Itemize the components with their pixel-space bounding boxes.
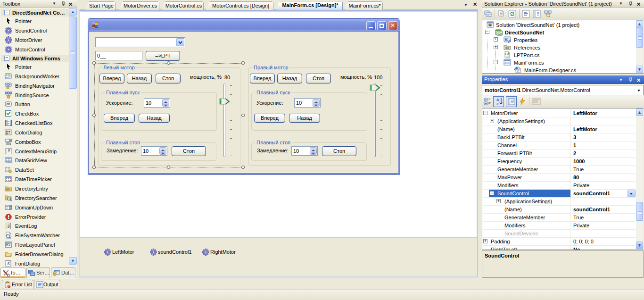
svg-text:C#: C# xyxy=(497,32,502,36)
svg-text:A: A xyxy=(496,98,499,102)
svg-text:ab: ab xyxy=(7,102,10,106)
svg-text:Z: Z xyxy=(496,102,499,106)
svg-text:+: + xyxy=(485,98,487,101)
svg-text:+: + xyxy=(485,102,487,105)
svg-text:C#: C# xyxy=(505,52,510,56)
